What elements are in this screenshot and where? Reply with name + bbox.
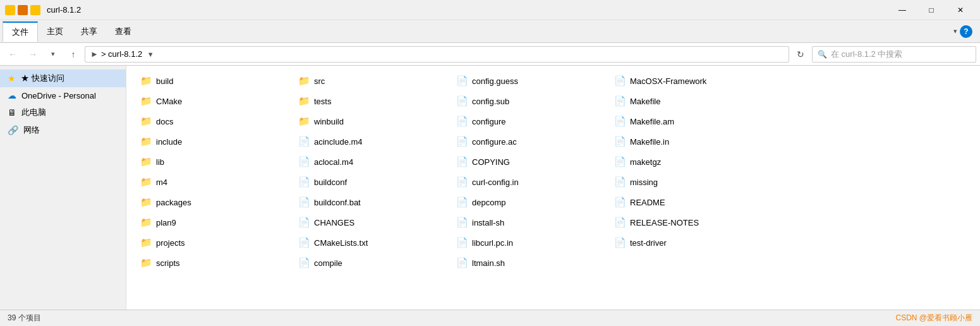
list-item[interactable]: 📄compile [294, 253, 452, 273]
file-name: missing [630, 178, 658, 187]
file-icon: 📄 [456, 196, 468, 208]
list-item[interactable]: 📁plan9 [136, 212, 294, 232]
search-placeholder: 在 curl-8.1.2 中搜索 [831, 49, 902, 60]
sidebar-item-quick-access[interactable]: ★ ★ 快速访问 [0, 69, 126, 87]
list-item[interactable]: 📄buildconf [294, 172, 452, 192]
list-item[interactable]: 📄aclocal.m4 [294, 152, 452, 172]
file-icon: 📄 [456, 237, 468, 248]
file-icon: 📄 [298, 217, 310, 228]
file-name: compile [314, 258, 342, 268]
list-item[interactable]: 📁projects [136, 232, 294, 253]
file-name: config.guess [472, 76, 518, 86]
sidebar-item-this-pc[interactable]: 🖥 此电脑 [0, 104, 126, 121]
list-item[interactable]: 📁CMake [136, 91, 294, 111]
refresh-button[interactable]: ↻ [792, 45, 809, 63]
forward-button[interactable]: → [24, 45, 42, 63]
search-box[interactable]: 🔍 在 curl-8.1.2 中搜索 [812, 46, 976, 63]
folder-icon: 📁 [140, 136, 152, 147]
tab-share[interactable]: 共享 [72, 22, 106, 41]
list-item[interactable]: 📁m4 [136, 172, 294, 192]
help-icon[interactable]: ? [960, 25, 972, 38]
list-item[interactable]: 📄CHANGES [294, 212, 452, 232]
back-button[interactable]: ← [4, 45, 21, 63]
list-item[interactable]: 📄libcurl.pc.in [452, 232, 610, 253]
cloud-icon: ☁ [8, 90, 16, 100]
list-item[interactable]: 📁winbuild [294, 111, 452, 131]
list-item[interactable]: 📁tests [294, 91, 452, 111]
title-icon-2 [18, 5, 28, 15]
tab-home[interactable]: 主页 [38, 22, 72, 41]
file-name: libcurl.pc.in [472, 238, 513, 248]
file-name: RELEASE-NOTES [630, 218, 699, 227]
file-name: winbuild [314, 117, 344, 126]
list-item[interactable]: 📄buildconf.bat [294, 192, 452, 212]
network-icon: 🔗 [8, 125, 18, 135]
list-item[interactable]: 📄README [610, 192, 768, 212]
list-item[interactable]: 📄curl-config.in [452, 172, 610, 192]
folder-icon: 📁 [298, 75, 310, 87]
file-icon: 📄 [298, 257, 310, 269]
list-item[interactable]: 📄Makefile.in [610, 131, 768, 152]
list-item[interactable]: 📁packages [136, 192, 294, 212]
file-icon: 📄 [456, 95, 468, 107]
tab-view[interactable]: 查看 [106, 22, 140, 41]
list-item[interactable]: 📄depcomp [452, 192, 610, 212]
list-item[interactable]: 📁build [136, 71, 294, 91]
close-button[interactable]: ✕ [946, 0, 975, 20]
sidebar-label-quick-access: ★ 快速访问 [21, 73, 64, 84]
address-path[interactable]: ► > curl-8.1.2 ▼ [85, 46, 789, 63]
file-icon: 📄 [614, 116, 626, 127]
file-icon: 📄 [298, 176, 310, 188]
file-icon: 📄 [456, 136, 468, 147]
folder-icon: 📁 [140, 75, 152, 87]
list-item[interactable]: 📄CMakeLists.txt [294, 232, 452, 253]
maximize-button[interactable]: □ [917, 0, 946, 20]
list-item[interactable]: 📄acinclude.m4 [294, 131, 452, 152]
list-item[interactable]: 📄missing [610, 172, 768, 192]
file-name: depcomp [472, 198, 505, 207]
file-name: include [156, 137, 182, 147]
address-bar: ← → ▾ ↑ ► > curl-8.1.2 ▼ ↻ 🔍 在 curl-8.1.… [0, 43, 980, 66]
list-item[interactable]: 📄MacOSX-Framework [610, 71, 768, 91]
list-item[interactable]: 📄Makefile.am [610, 111, 768, 131]
file-name: CMakeLists.txt [314, 238, 368, 248]
dropdown-nav-button[interactable]: ▾ [44, 45, 62, 63]
list-item[interactable]: 📄RELEASE-NOTES [610, 212, 768, 232]
file-name: plan9 [156, 218, 176, 227]
computer-icon: 🖥 [8, 107, 16, 118]
list-item[interactable]: 📁docs [136, 111, 294, 131]
list-item[interactable]: 📄configure [452, 111, 610, 131]
address-dropdown-button[interactable]: ▼ [142, 46, 159, 63]
title-bar-controls: — □ ✕ [888, 0, 975, 20]
list-item[interactable]: 📄config.guess [452, 71, 610, 91]
list-item[interactable]: 📄config.sub [452, 91, 610, 111]
folder-icon: 📁 [298, 116, 310, 127]
list-item[interactable]: 📁lib [136, 152, 294, 172]
folder-icon: 📁 [140, 217, 152, 228]
list-item[interactable]: 📄Makefile [610, 91, 768, 111]
status-watermark: CSDN @爱看书顾小雁 [895, 313, 972, 323]
file-icon: 📄 [614, 176, 626, 188]
list-item[interactable]: 📄install-sh [452, 212, 610, 232]
file-icon: 📄 [298, 156, 310, 167]
list-item[interactable]: 📄ltmain.sh [452, 253, 610, 273]
ribbon-dropdown-icon[interactable]: ▾ [953, 27, 957, 35]
file-name: test-driver [630, 238, 667, 248]
sidebar: ★ ★ 快速访问 ☁ OneDrive - Personal 🖥 此电脑 🔗 网… [0, 66, 126, 310]
sidebar-item-network[interactable]: 🔗 网络 [0, 121, 126, 139]
list-item[interactable]: 📄test-driver [610, 232, 768, 253]
tab-file[interactable]: 文件 [3, 21, 38, 42]
file-icon: 📄 [614, 136, 626, 147]
minimize-button[interactable]: — [888, 0, 917, 20]
text-file-icon: 📄 [298, 237, 310, 248]
list-item[interactable]: 📁src [294, 71, 452, 91]
list-item[interactable]: 📄COPYING [452, 152, 610, 172]
sidebar-item-onedrive[interactable]: ☁ OneDrive - Personal [0, 87, 126, 104]
up-button[interactable]: ↑ [64, 45, 82, 63]
list-item[interactable]: 📁include [136, 131, 294, 152]
script-icon: 📄 [456, 257, 468, 269]
ribbon: 文件 主页 共享 查看 ▾ ? [0, 20, 980, 43]
list-item[interactable]: 📁scripts [136, 253, 294, 273]
list-item[interactable]: 📄maketgz [610, 152, 768, 172]
list-item[interactable]: 📄configure.ac [452, 131, 610, 152]
